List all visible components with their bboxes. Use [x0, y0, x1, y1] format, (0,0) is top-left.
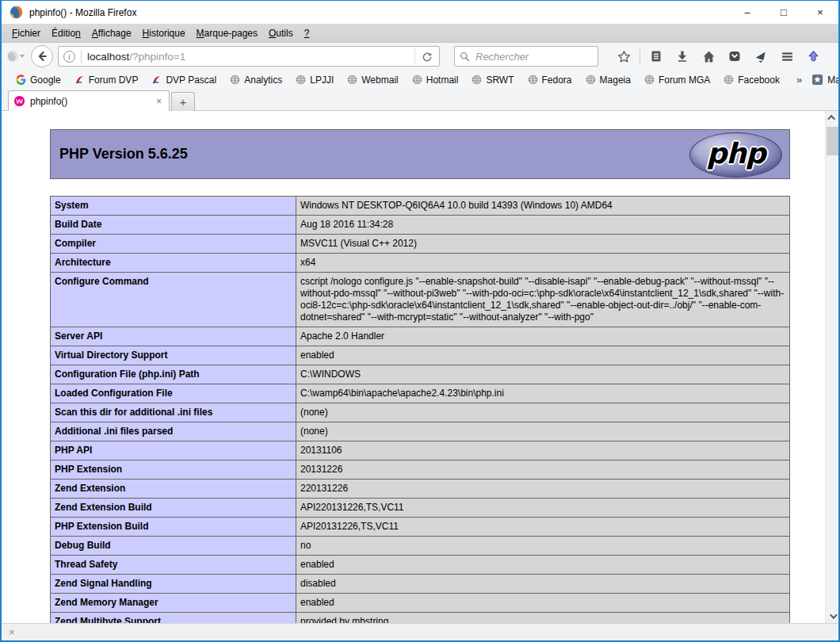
- info-label: Zend Memory Manager: [51, 594, 296, 613]
- downloads-icon[interactable]: [672, 46, 693, 67]
- bookmarks-panel-toggle[interactable]: Marque-pages: [811, 74, 840, 86]
- bookmark-label: Forum DVP: [89, 75, 139, 86]
- table-row: PHP API20131106: [51, 441, 790, 460]
- bookmark-item[interactable]: Fedora: [528, 75, 572, 86]
- findbar-close-icon[interactable]: ×: [9, 626, 15, 638]
- bookmark-item[interactable]: SRWT: [472, 75, 514, 86]
- bookmark-item[interactable]: Forum DVP: [74, 75, 139, 86]
- info-label: PHP API: [51, 441, 296, 460]
- search-bar[interactable]: Rechercher: [454, 46, 598, 67]
- php-logo: php: [689, 132, 782, 178]
- table-row: Virtual Directory Supportenabled: [51, 346, 790, 365]
- minimize-button[interactable]: –: [729, 1, 766, 24]
- globe-icon: [296, 75, 306, 85]
- chevron-down-icon: [829, 611, 837, 619]
- search-icon: [460, 52, 470, 62]
- info-label: Loaded Configuration File: [51, 384, 296, 403]
- bookmark-item[interactable]: Webmail: [347, 75, 398, 86]
- maximize-button[interactable]: □: [766, 1, 802, 24]
- scroll-up-button[interactable]: [826, 111, 838, 124]
- menu-item-marque-pages[interactable]: Marque-pages: [191, 25, 263, 41]
- scrollbar-thumb[interactable]: [827, 127, 838, 155]
- bookmark-item[interactable]: Mageia: [586, 75, 631, 86]
- bookmark-item[interactable]: LPJJI: [296, 75, 334, 86]
- menu-item-aide[interactable]: ?: [299, 25, 315, 41]
- info-label: Architecture: [51, 254, 296, 273]
- tab-label: phpinfo(): [30, 96, 154, 107]
- url-text[interactable]: localhost/?phpinfo=1: [87, 51, 414, 63]
- wampserver-favicon: [13, 95, 25, 107]
- globe-icon: [586, 75, 596, 85]
- chevron-down-icon: [20, 55, 25, 58]
- menu-item-fichier[interactable]: Fichier: [6, 25, 46, 41]
- home-icon[interactable]: [698, 46, 719, 67]
- bookmarks-overflow-chevron[interactable]: »: [793, 74, 805, 86]
- google-icon: [16, 75, 26, 85]
- bookmark-label: Mageia: [600, 75, 631, 86]
- toolbar-buttons: [608, 46, 823, 67]
- new-tab-button[interactable]: +: [171, 92, 195, 111]
- bookmarks-panel-icon[interactable]: [646, 46, 666, 67]
- tab-close-icon[interactable]: ×: [154, 96, 164, 107]
- bookmark-item[interactable]: Analytics: [230, 75, 282, 86]
- extension-fan-icon[interactable]: [750, 46, 771, 67]
- info-value: provided by mbstring: [296, 613, 790, 624]
- info-label: Compiler: [51, 235, 296, 254]
- menu-item-affichage[interactable]: Affichage: [86, 25, 137, 41]
- tab-phpinfo[interactable]: phpinfo() ×: [8, 90, 170, 111]
- bookmark-label: Google: [30, 75, 61, 86]
- reload-button[interactable]: [414, 48, 436, 64]
- menu-item-historique[interactable]: Historique: [137, 25, 191, 41]
- info-value: 220131226: [296, 480, 790, 499]
- menu-hamburger-icon[interactable]: [777, 46, 797, 67]
- info-label: Zend Extension Build: [51, 499, 296, 518]
- table-row: SystemWindows NT DESKTOP-Q6IQ6A4 10.0 bu…: [51, 197, 790, 216]
- bookmark-item[interactable]: Google: [16, 75, 61, 86]
- info-value: API220131226,TS,VC11: [296, 499, 790, 518]
- url-bar[interactable]: i localhost/?phpinfo=1: [58, 46, 440, 67]
- dvp-icon: [74, 75, 85, 85]
- info-label: System: [51, 197, 296, 216]
- table-row: Configure Commandcscript /nologo configu…: [51, 273, 790, 327]
- pocket-icon[interactable]: [724, 46, 745, 67]
- table-row: Scan this dir for additional .ini files(…: [51, 403, 790, 422]
- table-row: Configuration File (php.ini) PathC:\WIND…: [51, 365, 790, 384]
- star-box-icon: [811, 74, 823, 86]
- info-value: API20131226,TS,VC11: [296, 518, 790, 537]
- site-info-icon[interactable]: i: [63, 51, 75, 63]
- session-restore-button[interactable]: [6, 50, 25, 63]
- close-button[interactable]: ×: [802, 1, 838, 24]
- url-host: localhost: [87, 51, 129, 63]
- bookmarks-toolbar: GoogleForum DVPDVP PascalAnalyticsLPJJIW…: [2, 70, 838, 90]
- bookmark-item[interactable]: Forum MGA: [644, 75, 710, 86]
- table-row: Debug Buildno: [51, 537, 790, 556]
- info-value: Apache 2.0 Handler: [296, 327, 790, 346]
- bookmark-label: Hotmail: [426, 75, 459, 86]
- menu-item-outils[interactable]: Outils: [263, 25, 299, 41]
- table-row: Zend Extension220131226: [51, 480, 790, 499]
- window-controls: – □ ×: [729, 1, 838, 24]
- bookmark-item[interactable]: Hotmail: [412, 75, 459, 86]
- info-value: (none): [296, 422, 790, 441]
- bookmark-item[interactable]: Facebook: [724, 75, 780, 86]
- dvp-icon: [151, 75, 162, 85]
- info-value: cscript /nologo configure.js "--enable-s…: [296, 273, 790, 327]
- back-button[interactable]: [31, 45, 53, 67]
- window-title: phpinfo() - Mozilla Firefox: [29, 7, 136, 18]
- bookmark-item[interactable]: DVP Pascal: [151, 75, 216, 86]
- menu-item-edition[interactable]: Édition: [46, 25, 86, 41]
- bookmark-label: Facebook: [738, 75, 780, 86]
- scroll-down-button[interactable]: [826, 610, 838, 623]
- table-row: PHP Extension20131226: [51, 460, 790, 480]
- toolbar-divider: [640, 49, 640, 63]
- info-label: PHP Extension Build: [51, 518, 296, 537]
- page-content: PHP Version 5.6.25 php SystemWindows NT …: [2, 111, 838, 623]
- table-row: Zend Extension BuildAPI220131226,TS,VC11: [51, 499, 790, 518]
- extension-upload-arrow-icon[interactable]: [803, 46, 823, 67]
- vertical-scrollbar[interactable]: [825, 111, 838, 623]
- bookmark-label: LPJJI: [310, 75, 334, 86]
- bookmark-label: Fedora: [542, 75, 572, 86]
- bookmark-label: Webmail: [361, 75, 398, 86]
- info-label: Server API: [51, 327, 296, 346]
- bookmark-star-icon[interactable]: [613, 46, 634, 67]
